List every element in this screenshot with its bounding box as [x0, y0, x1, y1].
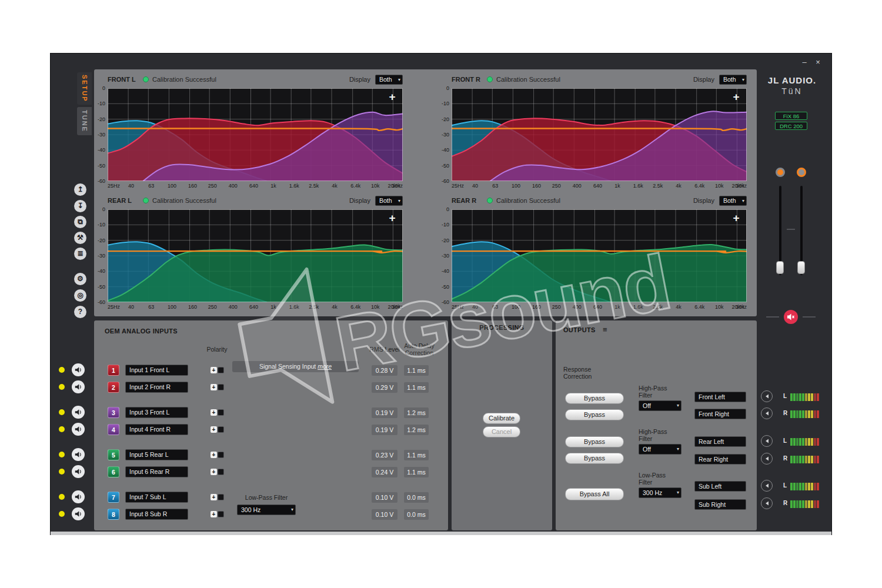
- lp-filter-dropdown[interactable]: 300 Hz▾: [639, 487, 681, 498]
- help-icon[interactable]: ?: [74, 306, 86, 318]
- output-name-field[interactable]: Rear Right: [694, 454, 746, 465]
- input-name-field[interactable]: Input 8 Sub R: [125, 509, 188, 520]
- bypass-all-button[interactable]: Bypass All: [565, 488, 624, 500]
- input-mute-button[interactable]: [72, 465, 85, 478]
- record-icon[interactable]: ◎: [74, 289, 86, 302]
- bypass-front-button[interactable]: Bypass: [565, 393, 624, 404]
- x-axis-tick-label: 400: [567, 304, 587, 310]
- input-mute-button[interactable]: [72, 363, 85, 376]
- expand-plus-icon[interactable]: +: [386, 92, 398, 103]
- tools-icon[interactable]: ⚒: [74, 232, 86, 244]
- master-mute-button[interactable]: [784, 310, 798, 324]
- polarity-plus-icon: +: [211, 494, 217, 500]
- vu-segment: [811, 483, 813, 490]
- download-icon[interactable]: ↧: [74, 200, 86, 212]
- polarity-toggle[interactable]: +: [211, 494, 224, 500]
- vu-segment: [814, 410, 816, 418]
- graph-plot: +: [452, 88, 747, 181]
- slider-thumb-right[interactable]: [797, 261, 805, 274]
- polarity-toggle[interactable]: +: [211, 426, 224, 433]
- output-mute-button[interactable]: [761, 497, 773, 509]
- bypass-rear2-button[interactable]: Bypass: [565, 453, 624, 464]
- input-name-field[interactable]: Input 1 Front L: [125, 365, 188, 376]
- input-name-field[interactable]: Input 4 Front R: [125, 424, 188, 435]
- input-mute-button[interactable]: [72, 490, 85, 503]
- x-axis-tick-label: 6.4k: [690, 304, 710, 310]
- expand-plus-icon[interactable]: +: [730, 92, 742, 103]
- x-axis-tick-label: 1.6k: [284, 304, 304, 310]
- input-name-field[interactable]: Input 5 Rear L: [125, 449, 188, 460]
- auto-delay-value: 1.1 ms: [404, 382, 429, 393]
- input-name-field[interactable]: Input 7 Sub L: [125, 492, 188, 503]
- input-name-field[interactable]: Input 6 Rear R: [125, 466, 188, 477]
- x-axis-tick-label: 4k: [325, 183, 345, 189]
- hp-filter-dropdown-1[interactable]: Off▾: [639, 400, 681, 411]
- copy-icon[interactable]: ⧉: [74, 216, 86, 228]
- polarity-toggle[interactable]: +: [211, 367, 224, 373]
- x-axis-tick-label: 20kHz: [727, 304, 747, 310]
- input-mute-button[interactable]: [72, 406, 85, 419]
- vu-segment: [814, 500, 816, 508]
- output-mute-button[interactable]: [761, 435, 773, 447]
- output-mute-button[interactable]: [761, 480, 773, 492]
- output-mute-button[interactable]: [761, 407, 773, 419]
- input-row: 5Input 5 Rear L+0.23 V1.1 ms: [108, 449, 437, 460]
- input-name-field[interactable]: Input 3 Front L: [125, 407, 188, 418]
- graph-plot: +: [108, 209, 403, 302]
- display-dropdown[interactable]: Both▾: [719, 196, 747, 206]
- polarity-header: Polarity: [199, 346, 235, 353]
- bypass-rear-button[interactable]: Bypass: [565, 436, 624, 447]
- slider-thumb-left[interactable]: [776, 261, 784, 274]
- x-axis-tick-label: 250: [202, 183, 222, 189]
- settings-gear-icon[interactable]: ⚙: [74, 273, 86, 285]
- output-name-field[interactable]: Sub Left: [694, 481, 746, 492]
- input-mute-button[interactable]: [72, 380, 85, 393]
- hp-filter-dropdown-2[interactable]: Off▾: [639, 444, 681, 455]
- expand-plus-icon[interactable]: +: [730, 213, 742, 225]
- knob-right[interactable]: [797, 168, 806, 177]
- polarity-state-box: [218, 367, 224, 373]
- menu-icon[interactable]: ≡: [603, 325, 607, 334]
- polarity-state-box: [218, 469, 224, 475]
- chevron-down-icon: ▾: [677, 445, 679, 454]
- upload-icon[interactable]: ↥: [74, 183, 86, 196]
- cancel-button[interactable]: Cancel: [483, 426, 520, 437]
- chevron-down-icon: ▾: [742, 75, 744, 85]
- input-mute-button[interactable]: [72, 507, 85, 520]
- output-name-field[interactable]: Rear Left: [694, 436, 746, 447]
- close-button[interactable]: ×: [813, 58, 823, 67]
- output-name-field[interactable]: Front Right: [694, 409, 746, 419]
- x-axis-tick-label: 160: [183, 304, 203, 310]
- output-name-field[interactable]: Front Left: [694, 392, 746, 402]
- display-dropdown[interactable]: Both▾: [375, 196, 403, 206]
- list-icon[interactable]: ≣: [74, 248, 86, 260]
- polarity-toggle[interactable]: +: [211, 409, 224, 416]
- vu-meter: [790, 455, 820, 466]
- brand-product: TüN: [757, 86, 827, 96]
- output-name-field[interactable]: Sub Right: [694, 499, 746, 510]
- polarity-toggle[interactable]: +: [211, 384, 224, 390]
- minimize-button[interactable]: –: [800, 58, 809, 67]
- display-dropdown[interactable]: Both▾: [375, 75, 403, 85]
- vu-segment: [811, 393, 813, 401]
- meter-row: R: [761, 497, 826, 510]
- polarity-toggle[interactable]: +: [211, 511, 224, 517]
- input-mute-button[interactable]: [72, 448, 85, 461]
- x-axis-tick-label: 1k: [607, 304, 627, 310]
- input-name-field[interactable]: Input 2 Front R: [125, 382, 188, 393]
- output-mute-button[interactable]: [761, 390, 773, 402]
- display-dropdown[interactable]: Both▾: [719, 75, 747, 85]
- calibrate-button[interactable]: Calibrate: [483, 413, 520, 424]
- bypass-front2-button[interactable]: Bypass: [565, 409, 624, 420]
- output-mute-button[interactable]: [761, 453, 773, 465]
- knob-left[interactable]: [776, 168, 785, 177]
- speaker-left-icon: [761, 391, 772, 402]
- oem-title: OEM ANALOG INPUTS: [105, 328, 178, 335]
- x-axis-tick-label: 63: [485, 183, 505, 189]
- polarity-toggle[interactable]: +: [211, 469, 224, 475]
- vu-segment: [802, 456, 804, 463]
- x-axis-tick-label: 250: [202, 304, 222, 310]
- expand-plus-icon[interactable]: +: [386, 213, 398, 225]
- input-mute-button[interactable]: [72, 423, 85, 436]
- polarity-toggle[interactable]: +: [211, 452, 224, 458]
